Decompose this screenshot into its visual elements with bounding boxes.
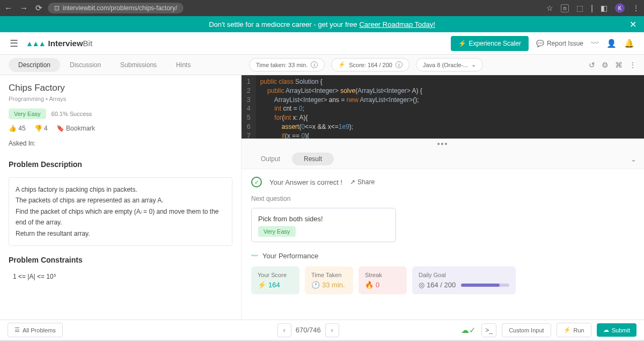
time-pill: Time taken: 33 min. i — [249, 58, 325, 71]
more-icon[interactable]: ⋮ — [629, 61, 636, 69]
language-select[interactable]: Java 8 (Oracle-... ⌄ — [416, 58, 483, 71]
section-constraints-header: Problem Constraints — [9, 256, 232, 264]
fire-icon: 🔥 — [365, 281, 374, 289]
terminal-icon[interactable]: >_ — [481, 323, 496, 337]
bolt-icon: ⚡ — [458, 40, 466, 47]
report-label: Report Issue — [547, 40, 583, 47]
difficulty-badge: Very Easy — [9, 108, 46, 119]
ext-badge[interactable]: n — [561, 4, 569, 12]
constraint-line: 1 <= |A| <= 10⁵ — [9, 273, 232, 280]
chevron-down-icon: ⌄ — [471, 61, 476, 68]
next-question-card[interactable]: Pick from both sides! Very Easy — [251, 208, 396, 242]
tab-result[interactable]: Result — [292, 153, 334, 165]
brand-light: Bit — [83, 39, 93, 48]
menu-icon[interactable]: ⋮ — [632, 4, 640, 12]
close-icon[interactable]: ✕ — [630, 19, 636, 30]
bookmark-button[interactable]: 🔖 Bookmark — [56, 125, 95, 132]
bell-icon[interactable]: 🔔 — [624, 39, 634, 48]
gear-icon[interactable]: ⚙ — [602, 61, 609, 69]
share-button[interactable]: ↗Share — [350, 178, 375, 186]
cloud-icon: ☁ — [603, 327, 609, 333]
back-icon[interactable]: ← — [4, 3, 12, 13]
scaler-label: Experience Scaler — [469, 40, 521, 47]
dislike-button[interactable]: 👎 4 — [34, 125, 48, 132]
tab-hints[interactable]: Hints — [166, 58, 200, 72]
sidepanel-icon[interactable]: ◧ — [601, 4, 608, 12]
toolbar-row: Description Discussion Submissions Hints… — [0, 55, 644, 75]
logo[interactable]: ▲▲▲ InterviewBit — [26, 39, 92, 48]
next-button[interactable]: › — [325, 323, 339, 337]
share-icon: ↗ — [350, 178, 355, 186]
code-result-panel: 12345678 public class Solution { public … — [241, 75, 644, 320]
custom-input-button[interactable]: Custom Input — [502, 323, 551, 337]
code-content: public class Solution { public ArrayList… — [256, 75, 427, 139]
performance-header: Your Performance — [262, 252, 318, 260]
check-circle-icon: ✓ — [251, 177, 262, 187]
card-title: Pick from both sides! — [258, 215, 389, 223]
page-indicator: 670/746 — [296, 326, 321, 334]
run-button[interactable]: ⚡ Run — [557, 323, 591, 337]
experience-scaler-button[interactable]: ⚡ Experience Scaler — [451, 36, 529, 51]
divider: | — [591, 4, 593, 12]
tab-description[interactable]: Description — [9, 58, 60, 72]
stat-goal: Daily Goal ◎164 / 200 — [412, 266, 516, 294]
target-icon: ◎ — [419, 281, 425, 289]
user-icon[interactable]: 👤 — [606, 39, 617, 48]
url-text: interviewbit.com/problems/chips-factory/ — [63, 4, 177, 12]
url-bar[interactable]: ⊡ interviewbit.com/problems/chips-factor… — [48, 3, 184, 13]
bolt-icon: ⚡ — [564, 327, 571, 333]
puzzle-icon[interactable]: ⬚ — [576, 4, 583, 12]
banner-link[interactable]: Career Roadmap Today! — [359, 20, 435, 28]
forward-icon[interactable]: → — [20, 3, 28, 13]
like-button[interactable]: 👍 45 — [9, 125, 26, 132]
undo-icon[interactable]: ↺ — [589, 61, 595, 69]
site-icon: ⊡ — [54, 4, 60, 12]
clock-icon: 🕐 — [311, 281, 320, 289]
reload-icon[interactable]: ⟳ — [35, 3, 42, 13]
card-difficulty: Very Easy — [258, 226, 296, 237]
tab-output[interactable]: Output — [249, 153, 292, 165]
tab-submissions[interactable]: Submissions — [111, 58, 166, 72]
chevron-down-icon[interactable]: ⌄ — [631, 155, 636, 163]
progress-bar — [461, 284, 509, 287]
success-rate: 60.1% Success — [52, 111, 92, 117]
browser-chrome-bar: ← → ⟳ ⊡ interviewbit.com/problems/chips-… — [0, 0, 644, 16]
cloud-check-icon[interactable]: ☁✓ — [461, 325, 476, 335]
next-question-label: Next question — [251, 195, 634, 202]
output-result-tabs: Output Result ⌄ — [241, 149, 644, 169]
problem-title: Chips Factory — [9, 83, 232, 93]
star-icon[interactable]: ☆ — [546, 4, 553, 12]
command-icon[interactable]: ⌘ — [615, 61, 623, 69]
hamburger-icon[interactable]: ☰ — [10, 38, 18, 49]
line-gutter: 12345678 — [241, 75, 256, 139]
code-editor[interactable]: 12345678 public class Solution { public … — [241, 75, 644, 139]
prev-button[interactable]: ‹ — [277, 323, 291, 337]
problem-description: A chips factory is packing chips in pack… — [9, 177, 232, 246]
stat-streak: Streak 🔥0 — [358, 266, 407, 294]
bolt-icon: ⚡ — [258, 281, 266, 289]
banner-text: Don't settle for a mediocre career - get… — [209, 20, 357, 28]
stat-time: Time Taken 🕐33 min. — [305, 266, 353, 294]
score-pill: ⚡ Score: 164 / 200 i — [331, 58, 409, 71]
chat-icon: 💬 — [536, 40, 544, 47]
profile-avatar[interactable]: K — [615, 3, 625, 13]
submit-button[interactable]: ☁ Submit — [597, 323, 636, 337]
lang-label: Java 8 (Oracle-... — [423, 62, 468, 68]
activity-icon[interactable]: 〰 — [591, 39, 599, 48]
asked-in-label: Asked In: — [9, 140, 232, 147]
tab-discussion[interactable]: Discussion — [60, 58, 111, 72]
list-icon: ☰ — [14, 327, 20, 333]
section-description-header: Problem Description — [9, 160, 232, 169]
all-problems-button[interactable]: ☰ All Problems — [8, 323, 63, 337]
logo-icon: ▲▲▲ — [26, 39, 45, 48]
pulse-icon: 〰 — [251, 252, 258, 260]
problem-breadcrumb: Programming • Arrays — [9, 96, 232, 102]
stat-score: Your Score ⚡164 — [251, 266, 299, 294]
drag-handle-icon[interactable]: ••• — [241, 139, 644, 149]
problem-panel: Chips Factory Programming • Arrays Very … — [0, 75, 241, 320]
score-label: Score: 164 / 200 — [349, 62, 392, 68]
correct-message: Your Answer is correct ! — [269, 178, 342, 186]
report-issue-button[interactable]: 💬 Report Issue — [536, 40, 583, 47]
info-icon[interactable]: i — [311, 61, 318, 68]
info-icon[interactable]: i — [396, 61, 402, 68]
